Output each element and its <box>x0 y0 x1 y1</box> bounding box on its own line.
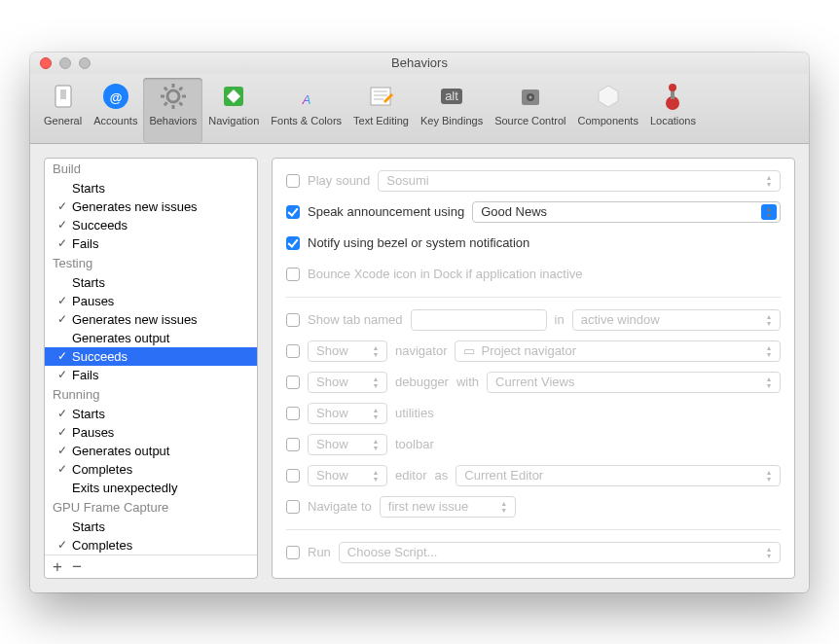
toolbar-components[interactable]: Components <box>572 78 644 143</box>
bounce-label: Bounce Xcode icon in Dock if application… <box>308 267 583 281</box>
behavior-settings-pane: Play sound Sosumi▲▼ Speak announcement u… <box>272 158 795 579</box>
sidebar-item-label: Fails <box>68 368 98 382</box>
toolbar-accounts[interactable]: @Accounts <box>88 78 143 143</box>
svg-rect-15 <box>371 88 390 105</box>
speak-voice-select[interactable]: Good News▲▼ <box>472 201 781 223</box>
toolbar-label: Locations <box>650 115 696 126</box>
editor-row: Show▲▼ editor as Current Editor▲▼ <box>286 465 781 486</box>
editor-action-select[interactable]: Show▲▼ <box>308 465 387 486</box>
checkmark-icon: ✓ <box>56 425 68 439</box>
sidebar-item[interactable]: ✓Generates new issues <box>45 310 257 329</box>
toolbar-label: Source Control <box>494 115 565 126</box>
navigate-checkbox[interactable] <box>286 500 300 514</box>
behaviors-list[interactable]: BuildStarts✓Generates new issues✓Succeed… <box>45 159 257 555</box>
run-checkbox[interactable] <box>286 546 300 559</box>
navigate-select[interactable]: first new issue▲▼ <box>380 496 516 518</box>
utilities-action-select[interactable]: Show▲▼ <box>308 403 387 424</box>
toolbar-fonts[interactable]: AFonts & Colors <box>265 78 347 143</box>
checkmark-icon: ✓ <box>56 294 68 307</box>
sidebar-item[interactable]: ✓Completes <box>45 536 257 555</box>
sidebar-item[interactable]: ✓Pauses <box>45 292 257 310</box>
utilities-checkbox[interactable] <box>286 407 300 420</box>
checkmark-icon: ✓ <box>56 236 68 250</box>
navigator-checkbox[interactable] <box>286 344 300 358</box>
toolbar-navigation[interactable]: Navigation <box>202 78 265 143</box>
toolbar-locations[interactable]: Locations <box>644 78 702 143</box>
toolbar-label: Fonts & Colors <box>271 115 342 126</box>
svg-point-26 <box>669 84 676 91</box>
sidebar-item[interactable]: ✓Completes <box>45 460 257 479</box>
play-sound-checkbox[interactable] <box>286 174 300 188</box>
svg-line-6 <box>179 102 182 105</box>
toolbar-label: Key Bindings <box>420 115 483 126</box>
toolbar-keys[interactable]: altKey Bindings <box>415 78 489 143</box>
toolbar-checkbox[interactable] <box>286 438 300 451</box>
sidebar-item-label: Exits unexpectedly <box>68 481 177 495</box>
titlebar: Behaviors <box>30 53 809 74</box>
debugger-label: debugger <box>395 375 449 389</box>
sidebar-item[interactable]: ✓Succeeds <box>45 216 257 234</box>
play-sound-select[interactable]: Sosumi▲▼ <box>378 170 781 192</box>
toolbar-action-select[interactable]: Show▲▼ <box>308 434 387 455</box>
debugger-select[interactable]: Current Views▲▼ <box>487 372 781 393</box>
sidebar-item[interactable]: Starts <box>45 179 257 197</box>
checkmark-icon: ✓ <box>56 407 68 420</box>
checkmark-icon: ✓ <box>56 349 68 363</box>
remove-button[interactable]: − <box>72 558 82 575</box>
debugger-checkbox[interactable] <box>286 376 300 389</box>
sidebar-item[interactable]: ✓Generates new issues <box>45 197 257 216</box>
toolbar-label: Components <box>578 115 638 126</box>
checkmark-icon: ✓ <box>56 312 68 326</box>
sidebar-item[interactable]: Exits unexpectedly <box>45 479 257 497</box>
add-button[interactable]: + <box>53 558 62 575</box>
play-sound-label: Play sound <box>308 173 370 188</box>
sidebar-item[interactable]: ✓Fails <box>45 366 257 384</box>
toolbar-source[interactable]: Source Control <box>489 78 571 143</box>
debugger-action-select[interactable]: Show▲▼ <box>308 372 387 393</box>
show-tab-in-label: in <box>555 312 565 327</box>
toolbar-general[interactable]: General <box>38 78 88 143</box>
toolbar-label: Navigation <box>208 115 259 126</box>
window-title: Behaviors <box>30 55 809 70</box>
sidebar-item[interactable]: ✓Starts <box>45 405 257 423</box>
svg-line-8 <box>164 102 167 105</box>
editor-checkbox[interactable] <box>286 469 300 483</box>
navigate-label: Navigate to <box>308 499 372 514</box>
sidebar-item[interactable]: ✓Pauses <box>45 423 257 442</box>
svg-line-10 <box>164 87 167 89</box>
bounce-checkbox[interactable] <box>286 268 300 281</box>
toolbar-text[interactable]: Text Editing <box>347 78 415 143</box>
sidebar-item[interactable]: ✓Fails <box>45 234 257 253</box>
checkmark-icon: ✓ <box>56 218 68 232</box>
sidebar-item[interactable]: ✓Succeeds <box>45 347 257 366</box>
show-tab-input[interactable] <box>411 309 547 331</box>
notify-checkbox[interactable] <box>286 236 300 250</box>
sidebar-item-label: Generates new issues <box>68 312 198 327</box>
navigator-action-select[interactable]: Show▲▼ <box>308 340 387 362</box>
navigator-select[interactable]: ▭Project navigator▲▼ <box>455 340 781 362</box>
sidebar-item-label: Pauses <box>68 294 114 308</box>
sidebar-item-label: Completes <box>68 538 132 553</box>
toolbar-label: Behaviors <box>149 115 197 126</box>
notify-row: Notify using bezel or system notificatio… <box>286 233 781 254</box>
sidebar-item-label: Starts <box>68 407 105 421</box>
sidebar-item[interactable]: Starts <box>45 273 257 292</box>
toolbar-label: Accounts <box>93 115 137 126</box>
navigation-icon <box>217 80 250 113</box>
speak-row: Speak announcement using Good News▲▼ <box>286 201 781 223</box>
sidebar-item[interactable]: Starts <box>45 518 257 536</box>
sidebar-item-label: Generates new issues <box>68 199 198 214</box>
toolbar-label: toolbar <box>395 437 434 451</box>
toolbar-label: Text Editing <box>353 115 409 126</box>
speak-checkbox[interactable] <box>286 205 300 219</box>
debugger-row: Show▲▼ debugger with Current Views▲▼ <box>286 372 781 393</box>
sidebar-item-label: Starts <box>68 519 105 534</box>
editor-select[interactable]: Current Editor▲▼ <box>456 465 781 486</box>
sidebar-item[interactable]: Generates output <box>45 329 257 347</box>
run-script-select[interactable]: Choose Script...▲▼ <box>339 542 781 563</box>
show-tab-window-select[interactable]: active window▲▼ <box>572 309 781 331</box>
show-tab-checkbox[interactable] <box>286 313 300 327</box>
toolbar-behaviors[interactable]: Behaviors <box>143 78 202 143</box>
sidebar-item[interactable]: ✓Generates output <box>45 442 257 460</box>
text-icon <box>364 80 397 113</box>
